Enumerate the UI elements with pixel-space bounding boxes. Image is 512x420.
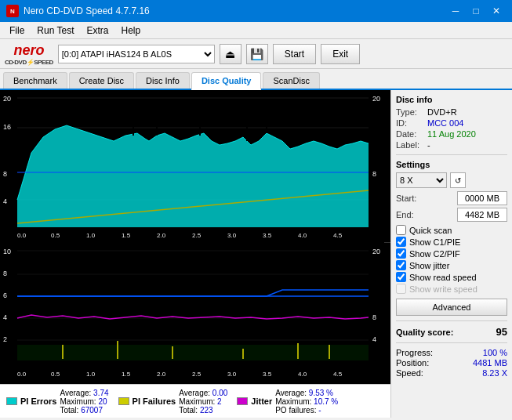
tab-disc-info[interactable]: Disc Info [136, 72, 190, 89]
progress-value: 100 % [483, 348, 507, 357]
jitter-avg-label: Average: [275, 389, 307, 397]
titlebar-controls: ─ □ ✕ [446, 3, 506, 19]
svg-text:0.5: 0.5 [51, 371, 60, 378]
settings-refresh-button[interactable]: ↺ [450, 172, 466, 188]
show-c1pie-checkbox[interactable] [396, 237, 406, 247]
checkboxes-section: Quick scan Show C1/PIE Show C2/PIF Show … [396, 225, 507, 294]
jitter-max-val: 10.7 % [314, 397, 338, 406]
nero-sub-text: CD·DVD⚡SPEED [5, 59, 53, 66]
titlebar-title: Nero CD-DVD Speed 4.7.7.16 [24, 5, 150, 16]
pi-failures-max-val: 2 [217, 397, 222, 406]
svg-text:8: 8 [372, 170, 376, 178]
pi-errors-avg-val: 3.74 [93, 389, 108, 397]
disc-label-row: Label: - [396, 140, 507, 150]
menu-file[interactable]: File [3, 24, 31, 38]
show-c2pif-label: Show C2/PIF [409, 249, 460, 259]
svg-text:1.5: 1.5 [122, 232, 131, 239]
pi-failures-label: PI Failures [133, 396, 176, 406]
pi-errors-total-val: 67007 [81, 406, 103, 415]
divider-3 [396, 342, 507, 343]
svg-text:0.0: 0.0 [17, 232, 27, 239]
svg-text:4.0: 4.0 [298, 232, 307, 239]
show-c1pie-label: Show C1/PIE [409, 237, 460, 247]
svg-text:3.5: 3.5 [263, 232, 272, 239]
svg-text:3.0: 3.0 [227, 371, 237, 378]
svg-rect-43 [17, 345, 369, 360]
svg-text:0.0: 0.0 [17, 371, 27, 378]
cb-show-write-speed: Show write speed [396, 284, 507, 294]
eject-button[interactable]: ⏏ [220, 44, 241, 64]
toolbar: nero CD·DVD⚡SPEED [0:0] ATAPI iHAS124 B … [0, 39, 512, 69]
advanced-button[interactable]: Advanced [396, 299, 507, 316]
menu-extra[interactable]: Extra [80, 24, 114, 38]
pi-errors-max-label: Maximum: [60, 397, 96, 406]
position-value: 4481 MB [473, 358, 507, 368]
svg-text:2.5: 2.5 [192, 371, 202, 378]
tab-create-disc[interactable]: Create Disc [69, 72, 134, 89]
cb-show-read-speed: Show read speed [396, 272, 507, 282]
show-c2pif-checkbox[interactable] [396, 248, 406, 259]
svg-text:4.5: 4.5 [333, 232, 343, 239]
menu-run-test[interactable]: Run Test [31, 24, 80, 38]
progress-label: Progress: [396, 348, 433, 357]
disc-type-label: Type: [396, 107, 427, 117]
svg-text:16: 16 [3, 123, 11, 131]
quality-value: 95 [496, 326, 507, 338]
titlebar-left: N Nero CD-DVD Speed 4.7.7.16 [6, 5, 150, 17]
divider-1 [396, 154, 507, 155]
disc-info-section: Disc info Type: DVD+R ID: MCC 004 Date: … [396, 95, 507, 150]
quality-label: Quality score: [396, 328, 453, 337]
tab-disc-quality[interactable]: Disc Quality [191, 72, 262, 90]
pi-errors-label: PI Errors [20, 396, 56, 406]
pi-errors-max-val: 20 [98, 397, 107, 406]
menu-help[interactable]: Help [115, 24, 147, 38]
show-read-speed-checkbox[interactable] [396, 272, 406, 282]
chart-top: 20 16 8 4 20 8 [0, 90, 390, 243]
svg-text:4: 4 [3, 197, 7, 205]
disc-date-row: Date: 11 Aug 2020 [396, 129, 507, 139]
jitter-po-label: PO failures: [275, 406, 316, 415]
tab-benchmark[interactable]: Benchmark [3, 72, 67, 89]
quick-scan-label: Quick scan [409, 226, 452, 235]
save-button[interactable]: 💾 [246, 44, 268, 64]
close-button[interactable]: ✕ [487, 3, 506, 19]
start-button[interactable]: Start [273, 44, 316, 64]
disc-info-title: Disc info [396, 95, 507, 104]
start-input[interactable] [457, 191, 507, 205]
svg-text:6: 6 [3, 291, 7, 299]
chart-bottom: 10 8 6 4 2 20 8 4 [0, 243, 390, 384]
svg-text:0.5: 0.5 [51, 232, 60, 239]
end-input[interactable] [457, 208, 507, 222]
main-panel: 20 16 8 4 20 8 [0, 90, 512, 418]
speed-row: 8 X ↺ [396, 172, 507, 188]
show-write-speed-checkbox[interactable] [396, 284, 406, 294]
svg-text:4.0: 4.0 [298, 371, 307, 378]
tab-scan-disc[interactable]: ScanDisc [263, 72, 319, 89]
jitter-avg-val: 9.53 % [309, 389, 333, 397]
jitter-po-val: - [318, 406, 321, 415]
exit-button[interactable]: Exit [321, 44, 360, 64]
speed-select[interactable]: 8 X [396, 172, 447, 188]
speed-row-progress: Speed: 8.23 X [396, 368, 507, 378]
svg-text:2: 2 [3, 335, 7, 343]
svg-text:4.5: 4.5 [333, 371, 343, 378]
disc-id-value: MCC 004 [427, 118, 463, 128]
quick-scan-checkbox[interactable] [396, 225, 406, 235]
minimize-button[interactable]: ─ [446, 3, 465, 19]
show-jitter-checkbox[interactable] [396, 260, 406, 270]
speed-value: 8.23 X [482, 368, 507, 378]
position-label: Position: [396, 358, 429, 368]
legend-pi-failures: PI Failures Average: 0.00 Maximum: 2 Tot… [118, 388, 228, 415]
maximize-button[interactable]: □ [467, 3, 485, 19]
cb-show-c2pif: Show C2/PIF [396, 248, 507, 259]
pi-failures-avg-label: Average: [179, 389, 210, 397]
pi-errors-avg-label: Average: [60, 389, 91, 397]
svg-text:8: 8 [3, 270, 7, 277]
chart-container: 20 16 8 4 20 8 [0, 90, 390, 418]
drive-select[interactable]: [0:0] ATAPI iHAS124 B AL0S [58, 45, 215, 63]
pi-failures-avg-val: 0.00 [212, 389, 227, 397]
jitter-color [237, 397, 248, 405]
start-label: Start: [396, 194, 416, 203]
svg-text:4: 4 [372, 335, 376, 343]
svg-text:10: 10 [3, 248, 11, 255]
